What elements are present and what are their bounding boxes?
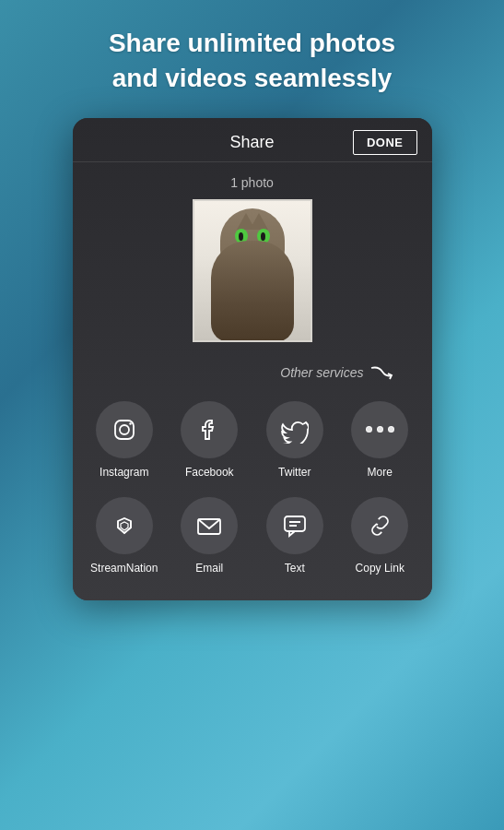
- twitter-icon-circle: [266, 401, 323, 458]
- share-item-copy-link[interactable]: Copy Link: [337, 488, 423, 584]
- dot1: [366, 426, 372, 433]
- share-item-facebook[interactable]: Facebook: [167, 392, 252, 488]
- streamnation-icon: [111, 512, 138, 540]
- facebook-label: Facebook: [185, 466, 234, 479]
- cat-body: [211, 241, 294, 342]
- more-icon-circle: [351, 401, 408, 458]
- facebook-icon: [195, 416, 223, 444]
- instagram-icon-circle: [96, 401, 153, 458]
- copy-link-label: Copy Link: [356, 562, 404, 575]
- text-label: Text: [285, 562, 305, 575]
- email-icon-circle: [181, 497, 238, 554]
- share-item-text[interactable]: Text: [252, 488, 338, 584]
- streamnation-icon-circle: [96, 497, 153, 554]
- copy-link-icon: [365, 511, 394, 540]
- more-label: More: [368, 466, 393, 479]
- instagram-icon: [111, 416, 138, 444]
- share-item-more[interactable]: More: [337, 392, 423, 488]
- photo-count: 1 photo: [230, 175, 274, 190]
- cat-ear-right: [250, 213, 268, 230]
- share-grid: Instagram Facebook Twitter: [73, 386, 432, 600]
- copy-link-icon-circle: [351, 497, 408, 554]
- text-icon: [281, 512, 309, 540]
- share-item-email[interactable]: Email: [167, 488, 252, 584]
- headline-line2: and videos seamlessly: [112, 64, 393, 92]
- cat-pupil-right: [261, 232, 265, 241]
- arrow-icon: [369, 364, 395, 381]
- cat-photo: [194, 199, 311, 342]
- headline-line1: Share unlimited photos: [109, 29, 395, 57]
- dot3: [388, 426, 394, 433]
- cat-pupil-left: [239, 232, 243, 241]
- more-icon: [366, 426, 394, 433]
- instagram-label: Instagram: [100, 466, 148, 479]
- share-modal: Share DONE 1 photo: [73, 118, 432, 600]
- share-item-instagram[interactable]: Instagram: [82, 392, 168, 488]
- modal-content: Share DONE 1 photo: [73, 118, 432, 600]
- text-icon-circle: [266, 497, 323, 554]
- email-label: Email: [195, 562, 223, 575]
- dot2: [377, 426, 383, 433]
- other-services-label: Other services: [73, 351, 432, 386]
- share-item-streamnation[interactable]: StreamNation: [82, 488, 168, 584]
- photo-frame: [193, 199, 312, 342]
- svg-point-2: [129, 422, 131, 424]
- twitter-icon: [281, 416, 309, 444]
- email-icon: [195, 512, 223, 540]
- photo-section: 1 photo: [73, 162, 432, 351]
- headline: Share unlimited photos and videos seamle…: [72, 0, 432, 118]
- facebook-icon-circle: [181, 401, 238, 458]
- svg-point-1: [120, 425, 129, 434]
- svg-rect-4: [285, 516, 305, 531]
- done-button[interactable]: DONE: [353, 130, 417, 155]
- twitter-label: Twitter: [278, 466, 311, 479]
- streamnation-label: StreamNation: [90, 562, 158, 575]
- share-title: Share: [229, 133, 274, 152]
- share-header: Share DONE: [73, 118, 432, 162]
- share-item-twitter[interactable]: Twitter: [252, 392, 338, 488]
